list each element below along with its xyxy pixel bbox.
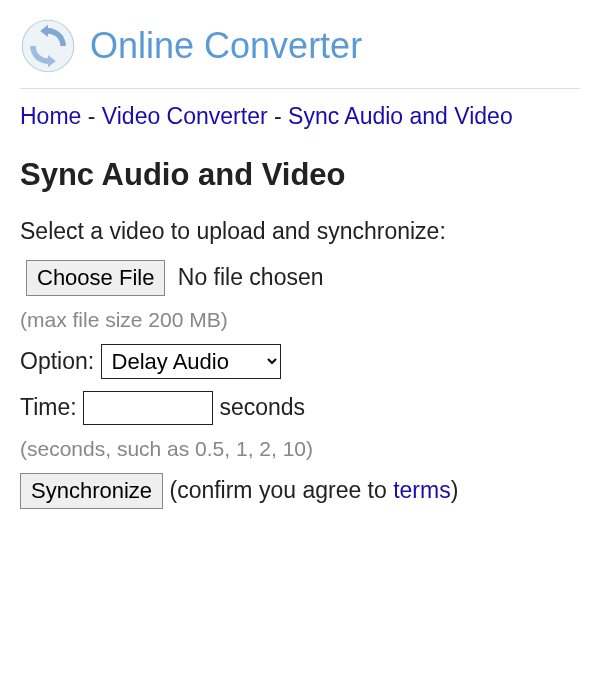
time-hint: (seconds, such as 0.5, 1, 2, 10) [20,437,580,461]
site-header: Online Converter [20,18,580,89]
breadcrumb-video-converter-link[interactable]: Video Converter [102,103,268,129]
breadcrumb-home-link[interactable]: Home [20,103,81,129]
refresh-arrows-icon [20,18,76,74]
time-label: Time: [20,394,77,420]
site-title: Online Converter [90,25,362,67]
time-row: Time: seconds [20,391,580,425]
terms-link[interactable]: terms [393,477,451,503]
file-status-text: No file chosen [178,264,324,290]
page-title: Sync Audio and Video [20,157,580,193]
file-row: Choose File No file chosen [20,260,580,296]
time-unit: seconds [219,394,305,420]
breadcrumb-sep: - [274,103,288,129]
option-label: Option: [20,348,94,374]
file-size-hint: (max file size 200 MB) [20,308,580,332]
breadcrumb-current-link[interactable]: Sync Audio and Video [288,103,513,129]
intro-text: Select a video to upload and synchronize… [20,215,580,248]
choose-file-button[interactable]: Choose File [26,260,165,296]
breadcrumb-sep: - [88,103,102,129]
confirm-prefix: (confirm you agree to [169,477,393,503]
time-input[interactable] [83,391,213,425]
option-select[interactable]: Delay Audio [101,344,281,379]
synchronize-button[interactable]: Synchronize [20,473,163,509]
confirm-suffix: ) [451,477,459,503]
breadcrumb: Home - Video Converter - Sync Audio and … [20,99,580,135]
option-row: Option: Delay Audio [20,344,580,379]
submit-row: Synchronize (confirm you agree to terms) [20,473,580,509]
